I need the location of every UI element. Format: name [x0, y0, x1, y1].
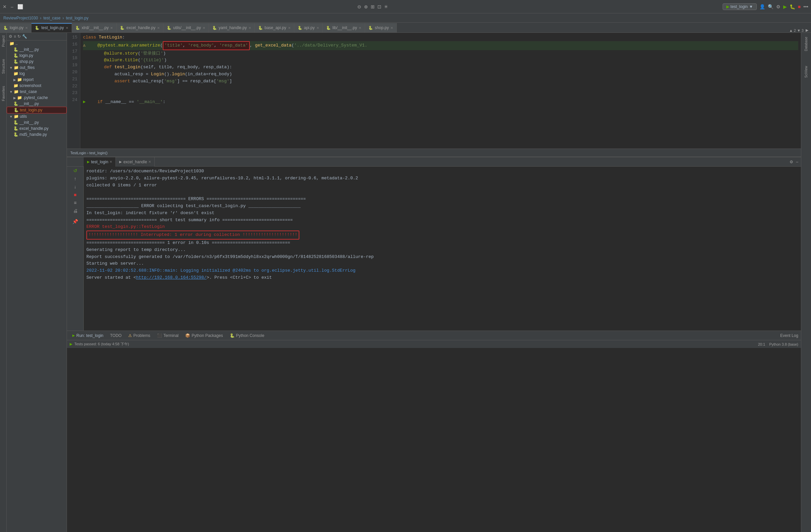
tab-close-icon[interactable]: ✕: [317, 26, 319, 30]
run-btn[interactable]: ▶: [783, 4, 787, 10]
breadcrumb-folder[interactable]: test_case: [43, 16, 60, 20]
favorites-label[interactable]: Favorites: [0, 83, 7, 104]
code-line-23: [83, 92, 798, 99]
tab-utils-init[interactable]: 🐍 utils/__init__.py ✕: [164, 23, 209, 32]
run-panel-body: ↺ ↑ ↓ ■ ≡ 🖨 📌 rootdir: /users/s/document…: [67, 167, 801, 331]
minimize-icon[interactable]: –: [11, 4, 13, 10]
tree-item-out-files[interactable]: ▼ 📁 out_files: [7, 65, 67, 71]
filter-btn[interactable]: ≡: [74, 200, 76, 205]
tree-item-test-login[interactable]: 🐍 test_login.py: [7, 107, 67, 113]
settings-icon[interactable]: ⚙: [776, 4, 781, 10]
run-toolbar-btn[interactable]: ▶ Run: test_login: [70, 332, 106, 339]
scroll-up-btn[interactable]: ↑: [74, 176, 76, 181]
tab-close-icon[interactable]: ✕: [25, 26, 28, 30]
maximize-icon[interactable]: ⬜: [17, 4, 23, 10]
scroll-down-btn[interactable]: ↓: [74, 184, 76, 189]
tab-close-icon[interactable]: ✕: [110, 26, 113, 30]
layout-icon[interactable]: ⊞: [371, 4, 375, 10]
bottom-tab-excel-handle[interactable]: ▶ excel_handle ✕: [116, 157, 155, 167]
folder-icon: 📁: [14, 114, 19, 119]
code-content[interactable]: class TestLogin: ⚠ @pytest.mark.parametr…: [80, 33, 801, 148]
pin-btn[interactable]: 📌: [72, 219, 78, 224]
sidebar-icon-2[interactable]: ≡: [14, 34, 16, 39]
tree-item-dots[interactable]: 📁 ..: [7, 41, 67, 47]
tree-item-test-case[interactable]: ▼ 📁 test_case: [7, 89, 67, 95]
tab-excel-handle[interactable]: 🐍 excel_handle.py ✕: [117, 23, 164, 32]
tree-item-init-py[interactable]: 🐍 __init__.py: [7, 47, 67, 52]
tab-close-icon[interactable]: ✕: [288, 26, 291, 30]
tree-item-utils[interactable]: ▼ 📁 utils: [7, 113, 67, 120]
code-line-17: @allure.story('登录接口'): [83, 50, 798, 57]
sidebar-icon-4[interactable]: 🔧: [22, 34, 27, 39]
search-icon[interactable]: 🔍: [768, 4, 774, 10]
tree-item-log[interactable]: 📁 log: [7, 71, 67, 77]
structure-label[interactable]: Structure: [0, 56, 7, 77]
restart-btn[interactable]: ↺: [73, 168, 77, 173]
tree-item-login-py[interactable]: 🐍 login.py: [7, 52, 67, 59]
tab-test-login-py[interactable]: 🐍 test_login.py ✕: [31, 23, 72, 32]
expand-icon[interactable]: ⊡: [377, 4, 381, 10]
sciview-label[interactable]: SciView: [803, 63, 809, 80]
database-label[interactable]: Database: [803, 34, 809, 54]
tab-close-icon[interactable]: ✕: [157, 26, 160, 30]
sidebar-icon-3[interactable]: ↻: [17, 34, 21, 39]
sidebar-icon-1[interactable]: ⚙: [9, 34, 12, 39]
todo-btn[interactable]: TODO: [107, 332, 124, 339]
tab-close-icon[interactable]: ✕: [358, 26, 361, 30]
more-icon[interactable]: •••: [803, 4, 808, 10]
tree-item-excel-handle[interactable]: 🐍 excel_handle.py: [7, 125, 67, 131]
tabs-scroll-right[interactable]: ▶: [806, 28, 808, 32]
tree-item-screenshoot[interactable]: 📁 screenshoot: [7, 83, 67, 89]
tree-item-utils-init[interactable]: 🐍 __init__.py: [7, 120, 67, 125]
tab-api-py[interactable]: 🐍 api.py ✕: [294, 23, 323, 32]
settings-icon[interactable]: ⚙: [790, 160, 793, 164]
folder-icon: 📁: [14, 65, 19, 70]
tree-item-pytest-cache[interactable]: ▶ 📁 .pytest_cache: [7, 95, 67, 101]
bottom-tab-test-login[interactable]: ▶ test_login ✕: [84, 157, 116, 167]
python-packages-btn[interactable]: 📦 Python Packages: [183, 332, 225, 339]
zoom-out-icon[interactable]: ⊖: [357, 4, 361, 10]
stop-btn[interactable]: ■: [74, 192, 76, 198]
server-link[interactable]: http://192.168.0.164:55298/: [136, 275, 206, 280]
tab-close-icon[interactable]: ✕: [248, 26, 251, 30]
tab-base-api[interactable]: 🐍 base_api.py ✕: [255, 23, 294, 32]
stop-btn[interactable]: ■: [798, 4, 801, 10]
project-label[interactable]: Project: [0, 33, 7, 49]
zoom-in-icon[interactable]: ⊕: [364, 4, 368, 10]
tab-close-icon[interactable]: ✕: [391, 26, 393, 30]
tree-item-report[interactable]: ▶ 📁 report: [7, 77, 67, 83]
tab-close[interactable]: ✕: [109, 160, 112, 163]
terminal-btn[interactable]: ⬛ Terminal: [154, 332, 181, 339]
tab-yaml-handle[interactable]: 🐍 yaml_handle.py ✕: [209, 23, 255, 32]
close-icon[interactable]: ✕: [3, 4, 7, 10]
tree-item-md5-handle[interactable]: 🐍 md5_handle.py: [7, 131, 67, 138]
breadcrumb-project[interactable]: ReviewProject1030: [3, 16, 38, 20]
todo-label: TODO: [110, 333, 122, 338]
tab-close-icon[interactable]: ✕: [203, 26, 205, 30]
user-icon[interactable]: 👤: [760, 4, 765, 10]
tab-close-icon[interactable]: ✕: [66, 26, 68, 30]
breadcrumb-file[interactable]: test_login.py: [66, 16, 88, 20]
event-log-btn[interactable]: Event Log: [780, 333, 798, 338]
tools-icon[interactable]: ✳: [384, 4, 388, 10]
tree-item-test-init[interactable]: 🐍 __init__.py: [7, 101, 67, 107]
tree-item-shop-py[interactable]: 🐍 shop.py: [7, 59, 67, 65]
run-config-button[interactable]: ▶ test_login ▼: [723, 3, 757, 10]
minimize-icon[interactable]: –: [796, 160, 798, 164]
tab-login-py[interactable]: 🐍 login.py ✕: [0, 23, 31, 32]
run-output[interactable]: rootdir: /users/s/documents/ReviewProjec…: [84, 167, 801, 331]
problems-label: Problems: [133, 333, 150, 338]
print-btn[interactable]: 🖨: [73, 208, 78, 214]
run-panel-left: ↺ ↑ ↓ ■ ≡ 🖨 📌: [67, 167, 84, 331]
problems-btn[interactable]: ⚠ Problems: [125, 332, 153, 339]
py-icon: 🐍: [14, 108, 19, 112]
tab-shop-py[interactable]: 🐍 shop.py ✕: [365, 23, 397, 32]
output-line-indirect: In test_login: indirect fixture 'r' does…: [87, 210, 798, 217]
breadcrumb-sep1: ›: [40, 16, 41, 20]
tab-close[interactable]: ✕: [148, 160, 151, 163]
debug-btn[interactable]: 🐛: [790, 4, 795, 10]
py-icon: 🐍: [13, 101, 18, 106]
python-console-btn[interactable]: 🐍 Python Console: [227, 332, 267, 339]
tab-xlrd-init[interactable]: 🐍 xlrd/__init__.py ✕: [72, 23, 117, 32]
tab-lib-init[interactable]: 🐍 lib/__init__.py ✕: [323, 23, 365, 32]
